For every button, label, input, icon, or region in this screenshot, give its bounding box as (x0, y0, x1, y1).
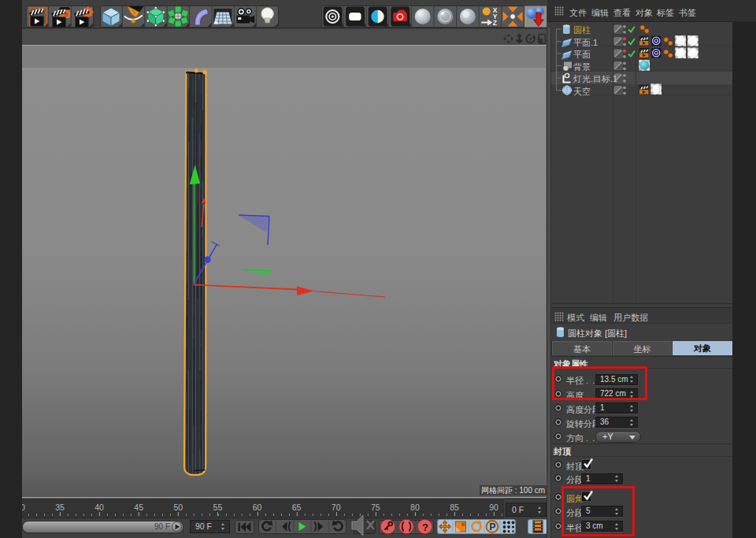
svg-text:?: ? (422, 521, 428, 533)
svg-text:P: P (490, 521, 496, 532)
